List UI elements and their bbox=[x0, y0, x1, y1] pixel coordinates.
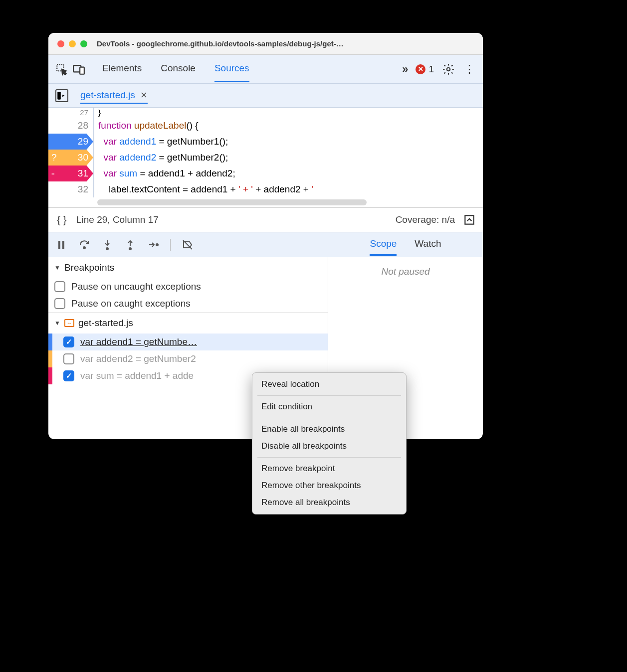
editor-statusbar: { } Line 29, Column 17 Coverage: n/a bbox=[48, 207, 483, 232]
file-tab-name: get-started.js bbox=[80, 90, 135, 101]
ctx-edit-condition[interactable]: Edit condition bbox=[252, 398, 406, 415]
ctx-remove-other[interactable]: Remove other breakpoints bbox=[252, 477, 406, 494]
pause-icon[interactable] bbox=[55, 239, 67, 251]
tab-scope[interactable]: Scope bbox=[370, 233, 397, 256]
deactivate-breakpoints-icon[interactable] bbox=[182, 239, 194, 251]
checkbox[interactable] bbox=[63, 336, 74, 347]
svg-point-10 bbox=[129, 248, 131, 250]
code-text: label.textContent = addend1 + ' + ' + ad… bbox=[93, 181, 483, 197]
checkbox[interactable] bbox=[54, 281, 65, 292]
code-text: var addend2 = getNumber2(); bbox=[93, 150, 483, 166]
js-file-icon: ◦◦ bbox=[64, 319, 74, 327]
tab-sources[interactable]: Sources bbox=[214, 56, 249, 82]
line-number[interactable]: 28 bbox=[78, 118, 88, 134]
inspect-element-icon[interactable] bbox=[55, 63, 68, 76]
breakpoint-row[interactable]: var addend2 = getNumber2 bbox=[48, 350, 328, 367]
pause-caught-row[interactable]: Pause on caught exceptions bbox=[48, 295, 328, 312]
svg-point-3 bbox=[447, 67, 450, 71]
svg-rect-2 bbox=[80, 67, 84, 74]
file-tab[interactable]: get-started.js ✕ bbox=[80, 88, 148, 104]
breakpoint-file-group[interactable]: ▼◦◦get-started.js bbox=[48, 312, 328, 334]
context-menu: Reveal location Edit condition Enable al… bbox=[252, 372, 407, 514]
conditional-breakpoint-marker[interactable]: ?30 bbox=[48, 150, 93, 166]
breakpoint-marker[interactable]: 29 bbox=[48, 134, 93, 150]
window-title: DevTools - googlechrome.github.io/devtoo… bbox=[97, 39, 474, 48]
horizontal-scrollbar[interactable] bbox=[97, 199, 367, 205]
breakpoints-section-header[interactable]: ▼Breakpoints bbox=[48, 257, 328, 278]
code-text: var sum = addend1 + addend2; bbox=[93, 166, 483, 181]
ctx-remove-all[interactable]: Remove all breakpoints bbox=[252, 494, 406, 511]
pretty-print-icon[interactable]: { } bbox=[55, 213, 68, 226]
svg-point-11 bbox=[156, 244, 158, 246]
error-indicator[interactable]: ✕ 1 bbox=[416, 64, 434, 75]
step-into-icon[interactable] bbox=[101, 239, 113, 251]
cursor-position: Line 29, Column 17 bbox=[76, 214, 159, 225]
kebab-menu-icon[interactable]: ⋮ bbox=[463, 63, 476, 76]
ctx-reveal-location[interactable]: Reveal location bbox=[252, 376, 406, 393]
svg-point-9 bbox=[106, 248, 108, 250]
tab-elements[interactable]: Elements bbox=[102, 56, 142, 82]
checkbox[interactable] bbox=[54, 298, 65, 309]
checkbox[interactable] bbox=[63, 370, 74, 381]
tab-watch[interactable]: Watch bbox=[415, 233, 441, 256]
titlebar: DevTools - googlechrome.github.io/devtoo… bbox=[48, 33, 483, 55]
ctx-enable-all[interactable]: Enable all breakpoints bbox=[252, 421, 406, 438]
code-text: var addend1 = getNumber1(); bbox=[93, 134, 483, 150]
maximize-icon[interactable] bbox=[80, 40, 87, 47]
file-tabbar: get-started.js ✕ bbox=[48, 84, 483, 108]
navigator-toggle-icon[interactable] bbox=[55, 89, 68, 102]
svg-rect-4 bbox=[57, 92, 61, 99]
step-out-icon[interactable] bbox=[124, 239, 136, 251]
ctx-remove[interactable]: Remove breakpoint bbox=[252, 460, 406, 477]
step-over-icon[interactable] bbox=[78, 239, 90, 251]
step-icon[interactable] bbox=[147, 239, 159, 251]
code-text: function updateLabel() { bbox=[93, 118, 483, 134]
not-paused-message: Not paused bbox=[328, 257, 483, 286]
tab-console[interactable]: Console bbox=[161, 56, 196, 82]
line-number[interactable]: 32 bbox=[78, 181, 88, 197]
ctx-disable-all[interactable]: Disable all breakpoints bbox=[252, 438, 406, 455]
close-tab-icon[interactable]: ✕ bbox=[140, 90, 148, 101]
checkbox[interactable] bbox=[63, 353, 74, 364]
breakpoint-row[interactable]: var addend1 = getNumbe… bbox=[48, 334, 328, 350]
more-tabs-icon[interactable]: » bbox=[399, 63, 412, 76]
code-editor[interactable]: 27} 28function updateLabel() { 29 var ad… bbox=[48, 108, 483, 207]
settings-icon[interactable] bbox=[442, 63, 455, 76]
svg-rect-7 bbox=[62, 241, 64, 249]
minimize-icon[interactable] bbox=[69, 40, 76, 47]
coverage-status: Coverage: n/a bbox=[396, 214, 455, 225]
error-icon: ✕ bbox=[416, 64, 425, 74]
pause-uncaught-row[interactable]: Pause on uncaught exceptions bbox=[48, 278, 328, 295]
device-toolbar-icon[interactable] bbox=[72, 63, 85, 76]
error-count: 1 bbox=[428, 64, 434, 75]
svg-point-8 bbox=[83, 247, 85, 249]
svg-rect-5 bbox=[465, 215, 473, 224]
logpoint-marker[interactable]: ··31 bbox=[48, 166, 93, 181]
svg-rect-6 bbox=[58, 241, 60, 249]
collapse-drawer-icon[interactable] bbox=[463, 213, 476, 226]
main-tabbar: Elements Console Sources » ✕ 1 ⋮ bbox=[48, 55, 483, 84]
close-icon[interactable] bbox=[57, 40, 64, 47]
